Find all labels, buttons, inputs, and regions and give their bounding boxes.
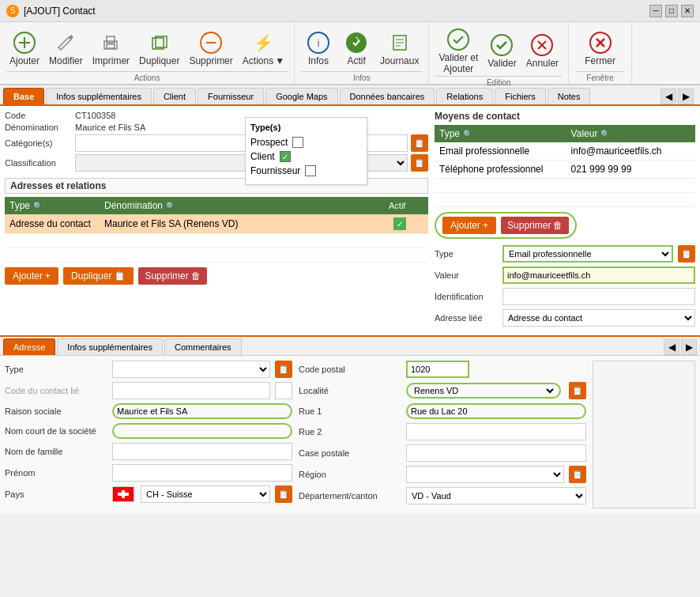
addr-nom-famille-input[interactable] <box>112 443 292 460</box>
table-row[interactable]: Adresse du contact Maurice et Fils SA (R… <box>5 214 428 234</box>
tab-client[interactable]: Client <box>153 88 196 104</box>
modifier-label: Modifier <box>49 55 83 66</box>
addr-pays-select[interactable]: CH - Suisse <box>141 486 270 503</box>
tab-prev-arrow[interactable]: ◀ <box>660 89 676 104</box>
addr-pays-row: Pays CH - Suisse 📋 <box>5 486 292 503</box>
addr-localite-copy-btn[interactable]: 📋 <box>569 382 586 399</box>
contact-methods-title: Moyens de contact <box>435 111 695 122</box>
modifier-button[interactable]: Modifier <box>46 28 86 68</box>
tab-base[interactable]: Base <box>3 88 44 104</box>
actif-icon <box>344 30 369 55</box>
addr-code-contact-input[interactable] <box>112 382 270 399</box>
imprimer-button[interactable]: Imprimer <box>89 28 133 68</box>
actions-button[interactable]: ⚡ Actions ▼ <box>239 28 288 68</box>
minimize-button[interactable]: ─ <box>649 5 662 17</box>
tab-fichiers[interactable]: Fichiers <box>495 88 546 104</box>
addr-type-select[interactable] <box>112 361 270 378</box>
contact-type-search-icon[interactable]: 🔍 <box>463 130 472 138</box>
journaux-button[interactable]: Journaux <box>377 28 422 68</box>
prospect-checkbox[interactable] <box>292 137 303 148</box>
tab-infos-sup[interactable]: Infos supplémentaires <box>46 88 152 104</box>
addr-type-copy-btn[interactable]: 📋 <box>275 361 292 378</box>
code-contact-checkbox[interactable] <box>275 382 292 399</box>
tab-notes[interactable]: Notes <box>548 88 591 104</box>
add-address-button[interactable]: Ajouter + <box>5 267 58 285</box>
fournisseur-checkbox[interactable] <box>305 165 316 176</box>
tab-fournisseur[interactable]: Fournisseur <box>198 88 264 104</box>
infos-button[interactable]: i Infos <box>301 28 336 68</box>
close-button[interactable]: ✕ <box>681 5 694 17</box>
code-value: CT100358 <box>75 111 115 120</box>
valider-button[interactable]: Valider <box>484 31 519 70</box>
tab-infos-sup-2[interactable]: Infos supplémentaires <box>57 338 163 355</box>
add-contact-button[interactable]: Ajouter + <box>442 217 496 234</box>
tab-commentaires[interactable]: Commentaires <box>164 338 242 355</box>
supprimer-button[interactable]: Supprimer <box>186 28 235 68</box>
addr-rue2-label: Rue 2 <box>299 427 401 436</box>
addr-dept-select[interactable]: VD - Vaud <box>406 487 586 504</box>
contact-row-0[interactable]: Email professionnelle info@mauriceetfils… <box>435 142 695 161</box>
detail-valeur-input[interactable] <box>502 266 695 284</box>
tab-next-arrow[interactable]: ▶ <box>678 89 694 104</box>
addr-case-postale-input[interactable] <box>406 444 586 462</box>
detail-valeur-row: Valeur <box>435 266 695 284</box>
addr-nom-court-input[interactable] <box>117 426 288 436</box>
addr-cp-row: Code postal <box>299 361 586 378</box>
actif-button[interactable]: Actif <box>339 28 374 68</box>
addr-case-postale-label: Case postale <box>299 448 401 458</box>
addr-type-label: Type <box>5 365 107 374</box>
maximize-button[interactable]: □ <box>665 5 678 17</box>
dupliquer-button[interactable]: Dupliquer <box>136 28 183 68</box>
detail-type-copy-btn[interactable]: 📋 <box>678 245 695 263</box>
addr-prenom-input[interactable] <box>112 464 292 482</box>
detail-type-row: Type Email professionnelle 📋 <box>435 245 695 263</box>
contact-valeur-1: 021 999 99 99 <box>566 161 683 179</box>
journaux-label: Journaux <box>380 55 419 66</box>
contact-extra-header <box>683 125 695 142</box>
localite-highlight: Renens VD <box>406 383 561 399</box>
addr-region-select[interactable] <box>406 466 564 483</box>
addr-pays-copy-btn[interactable]: 📋 <box>275 486 292 503</box>
addresses-table: Type 🔍 Dénomination 🔍 Actif <box>5 197 428 263</box>
detail-valeur-label: Valeur <box>435 270 498 280</box>
valider-ajouter-button[interactable]: Valider et Ajouter <box>435 25 481 76</box>
tab-relations[interactable]: Relations <box>436 88 493 104</box>
addr-localite-select[interactable]: Renens VD <box>411 385 556 396</box>
classification-copy-btn[interactable]: 📋 <box>411 154 428 172</box>
detail-identification-input[interactable] <box>502 288 695 305</box>
addr-type-search-icon[interactable]: 🔍 <box>33 202 43 210</box>
addr-cp-input[interactable] <box>406 361 469 378</box>
contact-methods-table: Type 🔍 Valeur 🔍 <box>435 125 695 207</box>
ajouter-button[interactable]: Ajouter <box>6 28 43 68</box>
bottom-prev-arrow[interactable]: ◀ <box>664 339 679 355</box>
delete-contact-icon: 🗑 <box>553 220 563 231</box>
bottom-next-arrow[interactable]: ▶ <box>681 339 697 355</box>
addr-rue1-input[interactable] <box>411 406 581 416</box>
tab-donnees-bancaires[interactable]: Données bancaires <box>340 88 435 104</box>
addr-raison-input[interactable] <box>117 406 288 416</box>
addr-code-contact-row: Code du contact lié <box>5 382 292 399</box>
delete-contact-button[interactable]: Supprimer 🗑 <box>501 217 569 234</box>
detail-type-select[interactable]: Email professionnelle <box>502 245 673 263</box>
addr-type-header: Type 🔍 <box>5 197 100 214</box>
bottom-nav-arrows: ◀ ▶ <box>664 339 697 355</box>
add-icon <box>12 30 37 55</box>
contact-row-1[interactable]: Téléphone professionnel 021 999 99 99 <box>435 161 695 179</box>
addr-denom-search-icon[interactable]: 🔍 <box>166 202 175 210</box>
annuler-button[interactable]: Annuler <box>523 31 562 70</box>
detail-adresse-select[interactable]: Adresse du contact <box>502 309 695 327</box>
svg-text:i: i <box>318 38 320 49</box>
fermer-button[interactable]: Fermer <box>581 28 619 68</box>
tab-adresse[interactable]: Adresse <box>3 338 55 355</box>
contact-valeur-search-icon[interactable]: 🔍 <box>600 130 610 138</box>
addr-region-copy-btn[interactable]: 📋 <box>569 466 586 483</box>
dropdown-arrow-icon: ▼ <box>275 55 284 66</box>
client-checkbox[interactable]: ✓ <box>280 151 291 162</box>
fournisseur-row: Fournisseur <box>250 165 362 176</box>
categories-copy-btn[interactable]: 📋 <box>411 134 428 152</box>
address-left-col: Type 📋 Code du contact lié Raison social… <box>5 361 292 508</box>
duplicate-address-button[interactable]: Dupliquer 📋 <box>63 267 134 285</box>
addr-rue2-input[interactable] <box>406 423 586 440</box>
delete-address-button[interactable]: Supprimer 🗑 <box>138 267 206 285</box>
tab-google-maps[interactable]: Google Maps <box>265 88 337 104</box>
